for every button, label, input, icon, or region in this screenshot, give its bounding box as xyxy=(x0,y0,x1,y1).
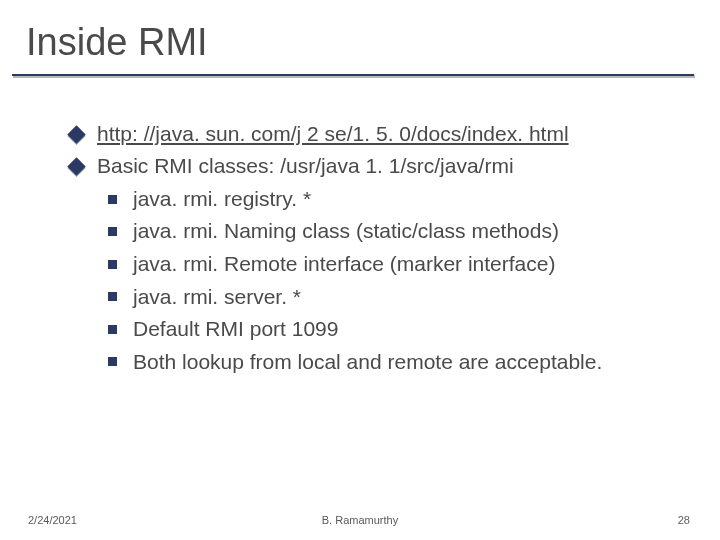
title-row: Inside RMI xyxy=(0,0,720,64)
sub-bullet-0: java. rmi. registry. * xyxy=(70,183,720,216)
sub-bullet-text: Default RMI port 1099 xyxy=(133,313,338,346)
square-bullet-icon xyxy=(108,260,117,269)
square-bullet-icon xyxy=(108,325,117,334)
title-underline xyxy=(12,74,696,78)
bullet-link: http: //java. sun. com/j 2 se/1. 5. 0/do… xyxy=(70,118,720,151)
slide: Inside RMI http: //java. sun. com/j 2 se… xyxy=(0,0,720,540)
sub-bullet-text: java. rmi. server. * xyxy=(133,281,301,314)
sub-bullet-text: java. rmi. Naming class (static/class me… xyxy=(133,215,559,248)
square-bullet-icon xyxy=(108,357,117,366)
bullet-basic-text: Basic RMI classes: /usr/java 1. 1/src/ja… xyxy=(97,150,514,183)
link-text[interactable]: http: //java. sun. com/j 2 se/1. 5. 0/do… xyxy=(97,118,569,151)
footer-author: B. Ramamurthy xyxy=(0,514,720,526)
sub-bullet-text: Both lookup from local and remote are ac… xyxy=(133,346,602,379)
square-bullet-icon xyxy=(108,292,117,301)
sub-bullet-2: java. rmi. Remote interface (marker inte… xyxy=(70,248,720,281)
diamond-bullet-icon xyxy=(67,157,85,175)
sub-bullet-4: Default RMI port 1099 xyxy=(70,313,720,346)
diamond-bullet-icon xyxy=(67,125,85,143)
sub-bullet-1: java. rmi. Naming class (static/class me… xyxy=(70,215,720,248)
sub-bullet-5: Both lookup from local and remote are ac… xyxy=(70,346,720,379)
square-bullet-icon xyxy=(108,227,117,236)
bullet-basic: Basic RMI classes: /usr/java 1. 1/src/ja… xyxy=(70,150,720,183)
sub-bullet-text: java. rmi. registry. * xyxy=(133,183,311,216)
footer-page-number: 28 xyxy=(678,514,690,526)
underline-bar xyxy=(12,74,694,76)
content-area: http: //java. sun. com/j 2 se/1. 5. 0/do… xyxy=(0,78,720,378)
square-bullet-icon xyxy=(108,195,117,204)
slide-title: Inside RMI xyxy=(26,22,720,64)
sub-bullet-text: java. rmi. Remote interface (marker inte… xyxy=(133,248,555,281)
sub-bullet-3: java. rmi. server. * xyxy=(70,281,720,314)
